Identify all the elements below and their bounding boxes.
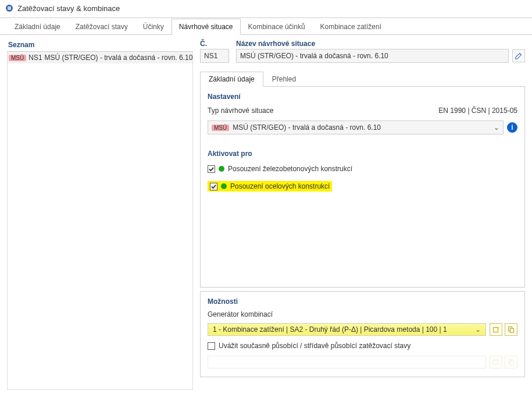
subtab-basic[interactable]: Základní údaje <box>200 72 263 87</box>
activate-label: Posouzení ocelových konstrukcí <box>230 182 330 190</box>
checkbox[interactable] <box>210 183 217 190</box>
info-icon[interactable]: i <box>507 122 517 133</box>
main-tabs: Základní údaje Zatěžovací stavy Účinky N… <box>0 18 532 35</box>
simultaneous-label: Uvážit současně působící / střídavě půso… <box>219 342 410 350</box>
list-item[interactable]: MSÚ NS1 MSÚ (STR/GEO) - trvalá a dočasná… <box>8 52 192 63</box>
simultaneous-select <box>208 356 486 368</box>
tab-effects[interactable]: Účinky <box>135 19 172 35</box>
simul-new-button <box>490 356 502 368</box>
window-title: Zatěžovací stavy & kombinace <box>17 4 120 13</box>
checkbox[interactable] <box>208 342 215 350</box>
tag-msu: MSÚ <box>212 125 229 131</box>
tab-loadcases[interactable]: Zatěžovací stavy <box>68 19 135 35</box>
sparkle-new-icon <box>492 358 500 366</box>
name-input[interactable]: MSÚ (STR/GEO) - trvalá a dočasná - rovn.… <box>236 49 509 63</box>
tab-design-situations[interactable]: Návrhové situace <box>172 19 241 35</box>
edit-name-button[interactable] <box>512 49 525 62</box>
activate-item-steel[interactable]: Posouzení ocelových konstrukcí <box>208 180 517 193</box>
titlebar: Zatěžovací stavy & kombinace <box>0 0 532 15</box>
svg-rect-1 <box>8 6 11 10</box>
copy-icon <box>507 325 515 334</box>
generator-new-button[interactable] <box>490 323 502 336</box>
chevron-down-icon: ⌄ <box>475 325 481 334</box>
chevron-down-icon: ⌄ <box>494 123 499 132</box>
simultaneous-checkbox-row[interactable]: Uvážit současně působící / střídavě půso… <box>208 341 517 351</box>
name-label: Název návrhové situace <box>236 40 525 48</box>
copy-icon <box>507 358 515 366</box>
tag-msu: MSÚ <box>9 55 26 61</box>
situation-list[interactable]: MSÚ NS1 MSÚ (STR/GEO) - trvalá a dočasná… <box>7 51 193 390</box>
type-select-value: MSÚ (STR/GEO) - trvalá a dočasná - rovn.… <box>233 123 381 132</box>
checkbox[interactable] <box>208 165 215 173</box>
section-settings: Nastavení <box>208 93 517 101</box>
subtab-overview[interactable]: Přehled <box>263 72 305 87</box>
subtabs: Základní údaje Přehled <box>200 71 525 87</box>
generator-value: 1 - Kombinace zatížení | SA2 - Druhý řád… <box>213 325 447 334</box>
no-label: Č. <box>200 40 229 48</box>
activate-item-concrete[interactable]: Posouzení železobetonových konstrukcí <box>208 164 517 174</box>
type-standard: EN 1990 | ČSN | 2015-05 <box>438 107 517 115</box>
generator-select[interactable]: 1 - Kombinace zatížení | SA2 - Druhý řád… <box>208 323 486 336</box>
svg-rect-4 <box>510 328 513 332</box>
section-activate: Aktivovat pro <box>208 150 517 158</box>
sparkle-new-icon <box>492 325 500 334</box>
section-options: Možnosti <box>208 297 517 306</box>
list-item-no: NS1 <box>28 54 42 62</box>
svg-rect-7 <box>510 361 513 365</box>
status-dot-icon <box>219 166 224 172</box>
app-icon <box>5 3 14 13</box>
simul-copy-button <box>505 356 517 368</box>
list-header: Seznam <box>7 40 193 51</box>
type-label: Typ návrhové situace <box>208 107 273 115</box>
generator-copy-button[interactable] <box>505 323 517 336</box>
generator-label: Generátor kombinací <box>208 310 517 318</box>
tab-basic[interactable]: Základní údaje <box>7 19 68 35</box>
tab-effect-combos[interactable]: Kombinace účinků <box>241 19 313 35</box>
status-dot-icon <box>221 183 227 189</box>
no-input[interactable]: NS1 <box>200 49 229 63</box>
tab-load-combos[interactable]: Kombinace zatížení <box>313 19 389 35</box>
type-select[interactable]: MSÚ MSÚ (STR/GEO) - trvalá a dočasná - r… <box>208 120 504 134</box>
edit-icon <box>515 52 523 60</box>
svg-rect-5 <box>494 360 498 365</box>
activate-label: Posouzení železobetonových konstrukcí <box>228 165 352 173</box>
list-item-name: MSÚ (STR/GEO) - trvalá a dočasná - rovn.… <box>45 54 192 62</box>
